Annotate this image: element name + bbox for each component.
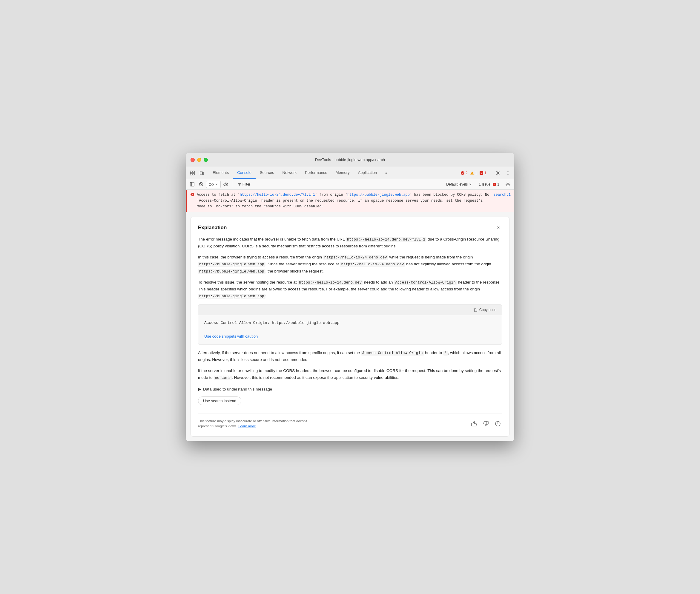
sidebar-toggle-button[interactable] (188, 180, 196, 188)
console-settings-button[interactable] (504, 180, 512, 188)
close-traffic-light[interactable] (190, 158, 195, 162)
svg-text:i: i (494, 184, 494, 186)
svg-rect-29 (475, 309, 477, 311)
report-button[interactable] (494, 420, 502, 428)
gear-icon (495, 171, 500, 175)
svg-rect-5 (203, 172, 204, 174)
svg-point-32 (497, 425, 498, 426)
inline-code-wildcard: * (443, 351, 448, 356)
more-options-button[interactable] (504, 169, 512, 177)
svg-text:✕: ✕ (461, 172, 464, 175)
error-url1-link[interactable]: https://hello-io-24.deno.dev/?lvl=1 (240, 193, 315, 197)
thumbs-down-button[interactable] (482, 420, 490, 428)
tab-console[interactable]: Console (233, 167, 256, 179)
data-toggle[interactable]: ▶ Data used to understand this message (198, 386, 502, 393)
svg-point-15 (508, 174, 509, 175)
eye-icon-button[interactable] (222, 180, 230, 188)
inline-code-nocors: no-cors (214, 375, 232, 381)
explanation-para-alt1: Alternatively, if the server does not ne… (198, 350, 502, 363)
thumbs-up-icon (471, 421, 477, 426)
disclaimer-area: This feature may display inaccurate or o… (198, 414, 502, 429)
chevron-down-icon (215, 183, 218, 186)
svg-rect-2 (193, 171, 195, 173)
tab-memory[interactable]: Memory (331, 167, 354, 179)
use-search-button[interactable]: Use search instead (198, 396, 241, 405)
settings-button[interactable] (494, 169, 502, 177)
default-levels-dropdown[interactable]: Default levels (444, 182, 474, 187)
explanation-para-2: In this case, the browser is trying to a… (198, 254, 502, 275)
code-caution-link[interactable]: Use code snippets with caution (198, 331, 502, 344)
inline-code-origin4: https://bubble-jingle.web.app (198, 269, 266, 274)
code-block: Copy code Access-Control-Allow-Origin: h… (198, 304, 502, 345)
tab-network[interactable]: Network (278, 167, 301, 179)
error-circle-icon: ✕ (460, 171, 465, 175)
console-toolbar: top Filter Default levels (186, 179, 514, 190)
close-explanation-button[interactable]: × (495, 224, 502, 231)
filter-button[interactable]: Filter (235, 181, 253, 188)
explanation-para-alt2: If the server is unable or unwilling to … (198, 367, 502, 381)
issues-icon: i (492, 183, 496, 186)
inspect-icon-btn[interactable] (188, 169, 197, 177)
window-title: DevTools - bubble-jingle.web.app/search (315, 158, 385, 162)
svg-text:!: ! (471, 172, 473, 175)
filter-icon (238, 183, 241, 186)
devtools-window: DevTools - bubble-jingle.web.app/search (186, 153, 514, 441)
svg-rect-16 (190, 182, 194, 186)
error-source-link[interactable]: search:1 (493, 192, 511, 209)
svg-text:i: i (481, 172, 482, 175)
explanation-panel: Explanation × The error message indicate… (190, 217, 510, 436)
svg-rect-3 (193, 173, 195, 175)
divider (490, 170, 490, 176)
console-scroll-area[interactable]: Access to fetch at 'https://hello-io-24.… (186, 190, 514, 441)
svg-point-27 (508, 184, 509, 185)
tab-sources[interactable]: Sources (256, 167, 278, 179)
tab-performance[interactable]: Performance (301, 167, 331, 179)
tab-right-area: ✕ 2 ! 1 i 1 (460, 169, 512, 177)
inline-code-origin3: https://hello-io-24.deno.dev (340, 262, 405, 267)
error-text-content: Access to fetch at 'https://hello-io-24.… (197, 192, 491, 209)
warning-triangle-icon: ! (470, 171, 474, 175)
levels-chevron-icon (469, 183, 472, 186)
thumbs-up-button[interactable] (470, 420, 478, 428)
warn-badge[interactable]: ! 1 (470, 171, 477, 175)
svg-rect-0 (190, 171, 192, 173)
tab-elements[interactable]: Elements (208, 167, 233, 179)
traffic-lights (190, 158, 208, 162)
error-line: Access to fetch at 'https://hello-io-24.… (186, 190, 514, 212)
explanation-para-1: The error message indicates that the bro… (198, 236, 502, 250)
tab-application[interactable]: Application (354, 167, 381, 179)
svg-line-19 (200, 183, 203, 186)
info-badge[interactable]: i 1 (479, 171, 487, 175)
inspect-icon (190, 171, 195, 175)
error-inline-icon (190, 192, 195, 209)
device-icon-btn[interactable] (198, 169, 206, 177)
sidebar-icon (190, 182, 195, 187)
minimize-traffic-light[interactable] (197, 158, 201, 162)
tab-more[interactable]: » (381, 167, 391, 179)
inline-code-header2: Access-Control-Allow-Origin (361, 351, 424, 356)
code-block-toolbar: Copy code (198, 305, 502, 315)
device-icon (200, 171, 204, 175)
inline-code-url1: https://hello-io-24.deno.dev/?lvl=1 (346, 237, 427, 242)
copy-code-button[interactable]: Copy code (471, 307, 498, 312)
ban-icon (199, 182, 203, 187)
console-gear-icon (505, 182, 511, 187)
copy-icon (473, 308, 478, 312)
toolbar-right: Default levels 1 Issue: i 1 (444, 180, 512, 188)
error-url2-link[interactable]: https://bubble-jingle.web.app (347, 193, 410, 197)
learn-more-link[interactable]: Learn more (238, 424, 256, 428)
clear-console-button[interactable] (197, 180, 205, 188)
explanation-title: Explanation (198, 225, 227, 231)
maximize-traffic-light[interactable] (204, 158, 208, 162)
eye-icon (223, 183, 228, 186)
svg-point-20 (224, 183, 228, 186)
info-square-icon: i (479, 171, 484, 175)
explanation-header: Explanation × (198, 224, 502, 231)
svg-point-13 (508, 171, 509, 172)
issues-count-display: 1 Issue: i 1 (476, 182, 502, 187)
titlebar: DevTools - bubble-jingle.web.app/search (186, 153, 514, 167)
error-badge[interactable]: ✕ 2 (460, 171, 468, 175)
code-block-content: Access-Control-Allow-Origin: https://bub… (198, 315, 502, 331)
inline-code-origin1: https://hello-io-24.deno.dev (323, 255, 388, 260)
context-selector[interactable]: top (206, 181, 221, 188)
